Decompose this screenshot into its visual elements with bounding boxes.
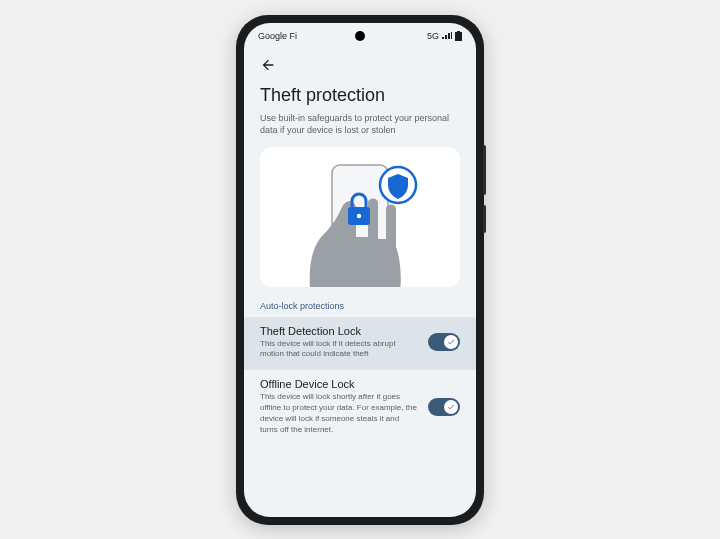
check-icon	[447, 403, 455, 411]
toggle-title: Theft Detection Lock	[260, 325, 418, 337]
battery-icon	[455, 31, 462, 41]
check-icon	[447, 338, 455, 346]
svg-point-2	[357, 213, 361, 217]
signal-icon	[442, 32, 452, 40]
section-label: Auto-lock protections	[260, 301, 460, 311]
theft-illustration	[260, 147, 460, 287]
illustration-card	[260, 147, 460, 287]
camera-punch	[355, 31, 365, 41]
network-label: 5G	[427, 31, 439, 41]
side-button	[483, 205, 486, 233]
side-button	[483, 145, 486, 195]
carrier-label: Google Fi	[258, 31, 297, 41]
offline-lock-switch[interactable]	[428, 398, 460, 416]
back-row	[244, 49, 476, 77]
shield-icon	[380, 167, 416, 203]
status-right: 5G	[427, 31, 462, 41]
switch-thumb	[444, 400, 458, 414]
toggle-description: This device will lock if it detects abru…	[260, 339, 418, 361]
toggle-text: Theft Detection Lock This device will lo…	[260, 325, 418, 361]
switch-thumb	[444, 335, 458, 349]
toggle-row-offline-lock[interactable]: Offline Device Lock This device will loc…	[260, 370, 460, 445]
toggle-description: This device will lock shortly after it g…	[260, 392, 418, 435]
toggle-text: Offline Device Lock This device will loc…	[260, 378, 418, 435]
theft-detection-switch[interactable]	[428, 333, 460, 351]
arrow-left-icon	[260, 57, 276, 73]
content: Theft protection Use built-in safeguards…	[244, 77, 476, 446]
phone-frame: Google Fi 5G Theft protection Use built-…	[236, 15, 484, 525]
back-button[interactable]	[258, 55, 278, 75]
toggle-row-theft-detection[interactable]: Theft Detection Lock This device will lo…	[244, 317, 476, 371]
toggle-title: Offline Device Lock	[260, 378, 418, 390]
page-subtitle: Use built-in safeguards to protect your …	[260, 112, 460, 137]
page-title: Theft protection	[260, 85, 460, 106]
screen: Google Fi 5G Theft protection Use built-…	[244, 23, 476, 517]
